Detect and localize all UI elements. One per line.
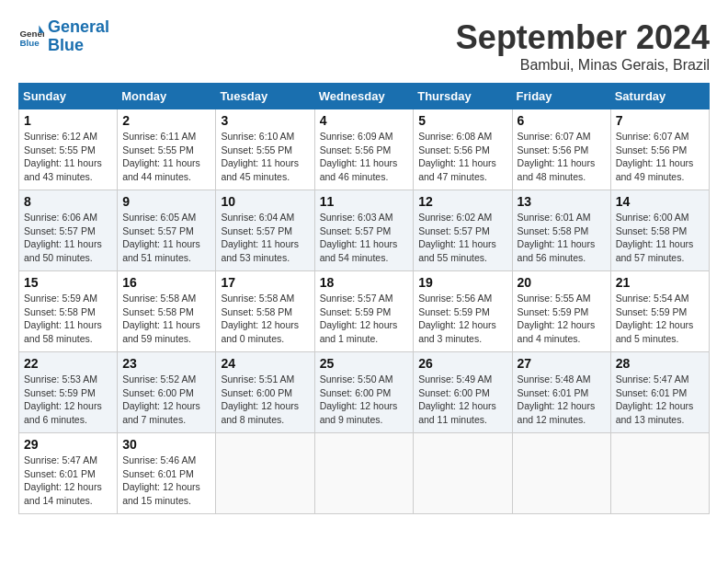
- day-info: Sunrise: 6:04 AM Sunset: 5:57 PM Dayligh…: [221, 211, 309, 265]
- table-row: 24 Sunrise: 5:51 AM Sunset: 6:00 PM Dayl…: [216, 352, 314, 433]
- day-number: 8: [24, 194, 112, 209]
- table-row: 14 Sunrise: 6:00 AM Sunset: 5:58 PM Dayl…: [610, 190, 709, 271]
- day-info: Sunrise: 5:56 AM Sunset: 5:59 PM Dayligh…: [418, 292, 506, 346]
- table-row: 13 Sunrise: 6:01 AM Sunset: 5:58 PM Dayl…: [512, 190, 610, 271]
- day-info: Sunrise: 6:00 AM Sunset: 5:58 PM Dayligh…: [616, 211, 704, 265]
- day-info: Sunrise: 5:51 AM Sunset: 6:00 PM Dayligh…: [221, 373, 309, 427]
- table-row: 10 Sunrise: 6:04 AM Sunset: 5:57 PM Dayl…: [216, 190, 314, 271]
- table-row: [414, 433, 512, 514]
- day-info: Sunrise: 6:06 AM Sunset: 5:57 PM Dayligh…: [24, 211, 112, 265]
- day-number: 10: [221, 194, 309, 209]
- day-info: Sunrise: 6:10 AM Sunset: 5:55 PM Dayligh…: [221, 130, 309, 184]
- table-row: 11 Sunrise: 6:03 AM Sunset: 5:57 PM Dayl…: [314, 190, 414, 271]
- day-info: Sunrise: 5:53 AM Sunset: 5:59 PM Dayligh…: [24, 373, 112, 427]
- col-thursday: Thursday: [414, 84, 512, 109]
- table-row: 20 Sunrise: 5:55 AM Sunset: 5:59 PM Dayl…: [512, 271, 610, 352]
- day-number: 30: [122, 437, 210, 452]
- table-row: 26 Sunrise: 5:49 AM Sunset: 6:00 PM Dayl…: [414, 352, 512, 433]
- day-number: 3: [221, 113, 309, 128]
- table-row: 12 Sunrise: 6:02 AM Sunset: 5:57 PM Dayl…: [414, 190, 512, 271]
- day-number: 27: [518, 356, 606, 371]
- month-title: September 2024: [456, 18, 710, 57]
- table-row: [512, 433, 610, 514]
- table-row: 3 Sunrise: 6:10 AM Sunset: 5:55 PM Dayli…: [216, 109, 314, 190]
- day-info: Sunrise: 6:09 AM Sunset: 5:56 PM Dayligh…: [320, 130, 409, 184]
- day-number: 20: [518, 275, 606, 290]
- day-number: 21: [616, 275, 704, 290]
- table-row: 8 Sunrise: 6:06 AM Sunset: 5:57 PM Dayli…: [19, 190, 118, 271]
- day-number: 14: [616, 194, 704, 209]
- day-info: Sunrise: 6:01 AM Sunset: 5:58 PM Dayligh…: [518, 211, 606, 265]
- day-info: Sunrise: 5:52 AM Sunset: 6:00 PM Dayligh…: [122, 373, 210, 427]
- day-info: Sunrise: 5:48 AM Sunset: 6:01 PM Dayligh…: [518, 373, 606, 427]
- table-row: [216, 433, 314, 514]
- table-row: 22 Sunrise: 5:53 AM Sunset: 5:59 PM Dayl…: [19, 352, 118, 433]
- day-info: Sunrise: 6:12 AM Sunset: 5:55 PM Dayligh…: [24, 130, 112, 184]
- day-number: 24: [221, 356, 309, 371]
- day-number: 2: [122, 113, 210, 128]
- day-number: 22: [24, 356, 112, 371]
- day-number: 25: [320, 356, 409, 371]
- day-number: 9: [122, 194, 210, 209]
- day-number: 11: [320, 194, 409, 209]
- table-row: 25 Sunrise: 5:50 AM Sunset: 6:00 PM Dayl…: [314, 352, 414, 433]
- table-row: 28 Sunrise: 5:47 AM Sunset: 6:01 PM Dayl…: [610, 352, 709, 433]
- col-saturday: Saturday: [610, 84, 709, 109]
- logo-icon: General Blue: [18, 24, 44, 50]
- day-number: 13: [518, 194, 606, 209]
- day-number: 4: [320, 113, 409, 128]
- day-number: 29: [24, 437, 112, 452]
- logo: General Blue General Blue: [18, 18, 109, 55]
- day-number: 26: [418, 356, 506, 371]
- table-row: 17 Sunrise: 5:58 AM Sunset: 5:58 PM Dayl…: [216, 271, 314, 352]
- calendar-table: Sunday Monday Tuesday Wednesday Thursday…: [18, 83, 710, 514]
- page-header: General Blue General Blue September 2024…: [18, 18, 710, 74]
- day-number: 17: [221, 275, 309, 290]
- day-number: 1: [24, 113, 112, 128]
- logo-text-line1: General: [48, 18, 109, 37]
- day-info: Sunrise: 5:46 AM Sunset: 6:01 PM Dayligh…: [122, 454, 210, 508]
- day-info: Sunrise: 5:47 AM Sunset: 6:01 PM Dayligh…: [616, 373, 704, 427]
- table-row: 15 Sunrise: 5:59 AM Sunset: 5:58 PM Dayl…: [19, 271, 118, 352]
- day-number: 16: [122, 275, 210, 290]
- day-info: Sunrise: 5:47 AM Sunset: 6:01 PM Dayligh…: [24, 454, 112, 508]
- table-row: 7 Sunrise: 6:07 AM Sunset: 5:56 PM Dayli…: [610, 109, 709, 190]
- table-row: 21 Sunrise: 5:54 AM Sunset: 5:59 PM Dayl…: [610, 271, 709, 352]
- day-info: Sunrise: 6:05 AM Sunset: 5:57 PM Dayligh…: [122, 211, 210, 265]
- col-friday: Friday: [512, 84, 610, 109]
- day-info: Sunrise: 5:57 AM Sunset: 5:59 PM Dayligh…: [320, 292, 409, 346]
- day-info: Sunrise: 5:58 AM Sunset: 5:58 PM Dayligh…: [221, 292, 309, 346]
- table-row: 30 Sunrise: 5:46 AM Sunset: 6:01 PM Dayl…: [118, 433, 216, 514]
- calendar-header-row: Sunday Monday Tuesday Wednesday Thursday…: [19, 84, 710, 109]
- day-number: 15: [24, 275, 112, 290]
- col-sunday: Sunday: [19, 84, 118, 109]
- day-info: Sunrise: 6:03 AM Sunset: 5:57 PM Dayligh…: [320, 211, 409, 265]
- col-monday: Monday: [118, 84, 216, 109]
- table-row: 2 Sunrise: 6:11 AM Sunset: 5:55 PM Dayli…: [118, 109, 216, 190]
- col-wednesday: Wednesday: [314, 84, 414, 109]
- table-row: 9 Sunrise: 6:05 AM Sunset: 5:57 PM Dayli…: [118, 190, 216, 271]
- day-info: Sunrise: 5:49 AM Sunset: 6:00 PM Dayligh…: [418, 373, 506, 427]
- title-block: September 2024 Bambui, Minas Gerais, Bra…: [456, 18, 710, 74]
- table-row: 4 Sunrise: 6:09 AM Sunset: 5:56 PM Dayli…: [314, 109, 414, 190]
- day-number: 12: [418, 194, 506, 209]
- logo-text-line2: Blue: [48, 37, 109, 55]
- day-info: Sunrise: 6:07 AM Sunset: 5:56 PM Dayligh…: [616, 130, 704, 184]
- location-subtitle: Bambui, Minas Gerais, Brazil: [456, 57, 710, 74]
- table-row: 18 Sunrise: 5:57 AM Sunset: 5:59 PM Dayl…: [314, 271, 414, 352]
- day-number: 7: [616, 113, 704, 128]
- day-info: Sunrise: 5:50 AM Sunset: 6:00 PM Dayligh…: [320, 373, 409, 427]
- col-tuesday: Tuesday: [216, 84, 314, 109]
- table-row: 16 Sunrise: 5:58 AM Sunset: 5:58 PM Dayl…: [118, 271, 216, 352]
- day-info: Sunrise: 6:08 AM Sunset: 5:56 PM Dayligh…: [418, 130, 506, 184]
- day-number: 28: [616, 356, 704, 371]
- table-row: 5 Sunrise: 6:08 AM Sunset: 5:56 PM Dayli…: [414, 109, 512, 190]
- day-number: 18: [320, 275, 409, 290]
- svg-text:Blue: Blue: [19, 38, 40, 48]
- table-row: [314, 433, 414, 514]
- day-info: Sunrise: 5:58 AM Sunset: 5:58 PM Dayligh…: [122, 292, 210, 346]
- table-row: 19 Sunrise: 5:56 AM Sunset: 5:59 PM Dayl…: [414, 271, 512, 352]
- table-row: 1 Sunrise: 6:12 AM Sunset: 5:55 PM Dayli…: [19, 109, 118, 190]
- table-row: 29 Sunrise: 5:47 AM Sunset: 6:01 PM Dayl…: [19, 433, 118, 514]
- table-row: 23 Sunrise: 5:52 AM Sunset: 6:00 PM Dayl…: [118, 352, 216, 433]
